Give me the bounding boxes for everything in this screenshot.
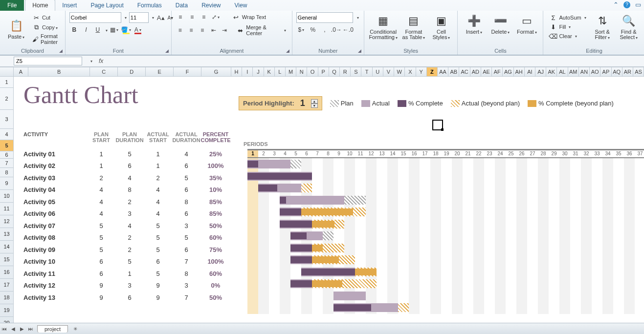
tab-insert[interactable]: Insert [55,0,84,11]
align-center-button[interactable]: ≡ [187,25,196,35]
col-header[interactable]: V [383,67,394,76]
row-header[interactable]: 10 [0,190,14,203]
col-header[interactable]: AQ [612,67,622,76]
underline-dropdown[interactable] [105,26,108,33]
format-painter-button[interactable]: 🖌Format Painter [30,33,61,45]
fx-button[interactable]: fx [99,58,103,64]
col-header[interactable]: B [28,67,90,76]
help-icon[interactable]: ? [623,1,630,8]
wrap-text-button[interactable]: ↩Wrap Text [230,13,268,21]
row-header[interactable]: 3 [0,110,14,129]
font-name-dropdown[interactable] [123,13,127,22]
col-header[interactable]: AM [568,67,579,76]
alignment-launcher[interactable]: ◢ [285,48,291,54]
col-header[interactable]: M [286,67,296,76]
tab-view[interactable]: View [228,0,254,11]
align-left-button[interactable]: ≡ [176,25,185,35]
row-header[interactable]: 6 [0,151,14,159]
row-header[interactable]: 8 [0,168,14,177]
period-down-button[interactable]: ▼ [311,104,318,108]
number-format-dropdown[interactable] [355,13,360,22]
col-header[interactable]: Q [329,67,340,76]
indent-decrease-button[interactable]: ⇤ [209,25,218,35]
increase-decimal-button[interactable]: .0→ [332,25,341,35]
period-up-button[interactable]: ▲ [311,99,318,104]
col-header[interactable]: F [174,67,201,76]
col-header[interactable]: AJ [535,67,546,76]
col-header[interactable]: AC [459,67,470,76]
row-header[interactable]: 11 [0,203,14,215]
align-right-button[interactable]: ≡ [198,25,207,35]
col-header[interactable]: A [14,67,28,76]
cell-styles-button[interactable]: ▣Cell Styles [429,12,453,42]
col-header[interactable]: U [373,67,383,76]
col-header[interactable]: AB [448,67,459,76]
new-sheet-button[interactable]: ✳ [71,326,80,332]
clipboard-launcher[interactable]: ◢ [58,48,64,54]
col-header[interactable]: AP [600,67,611,76]
decrease-decimal-button[interactable]: ←.0 [343,25,353,35]
col-header[interactable]: AH [514,67,525,76]
prev-sheet-button[interactable]: ◀ [9,326,18,332]
fill-button[interactable]: ⬇Fill [547,22,588,31]
name-box-dropdown[interactable] [86,56,96,66]
orientation-button[interactable]: ⤢ [211,12,221,22]
font-color-button[interactable]: A [133,25,143,35]
col-header[interactable]: L [275,67,286,76]
conditional-formatting-button[interactable]: ▦Conditional Formatting [368,12,399,42]
row-header[interactable]: 1 [0,77,14,88]
percent-button[interactable]: % [308,25,318,35]
col-header[interactable]: N [296,67,307,76]
name-box[interactable] [14,57,82,65]
col-header[interactable]: C [90,67,118,76]
last-sheet-button[interactable]: ⏭ [26,326,35,332]
sheet-tab-project[interactable]: project [37,325,68,333]
italic-button[interactable]: I [81,25,91,35]
col-header[interactable]: AF [492,67,503,76]
find-select-button[interactable]: 🔍Find & Select [617,12,641,42]
col-header[interactable]: J [253,67,264,76]
row-header[interactable]: 13 [0,228,14,241]
col-header[interactable]: E [146,67,174,76]
col-header[interactable]: AL [557,67,568,76]
minimize-ribbon-icon[interactable]: ⌃ [613,1,619,8]
col-header[interactable]: O [307,67,318,76]
col-header[interactable]: Z [427,67,438,76]
font-launcher[interactable]: ◢ [164,48,170,54]
col-header[interactable]: AG [503,67,513,76]
col-header[interactable]: AK [546,67,557,76]
number-format-combo[interactable] [296,12,353,23]
sheet-body[interactable]: Gantt Chart Period Highlight: 1 ▲▼ Plan … [14,77,644,331]
row-header[interactable]: 15 [0,253,14,266]
col-header[interactable]: K [264,67,275,76]
col-header[interactable]: AA [438,67,448,76]
col-header[interactable]: X [405,67,416,76]
paste-button[interactable]: 📋 Paste [4,17,28,41]
tab-home[interactable]: Home [25,0,55,11]
font-size-combo[interactable] [129,12,149,23]
font-size-dropdown[interactable] [151,13,155,22]
indent-increase-button[interactable]: ⇥ [220,25,229,35]
align-middle-button[interactable]: ≡ [187,12,197,22]
comma-button[interactable]: , [320,25,330,35]
col-header[interactable]: AR [622,67,633,76]
file-tab[interactable]: File [0,0,24,11]
align-bottom-button[interactable]: ≡ [199,12,209,22]
row-header[interactable]: 7 [0,159,14,168]
autosum-button[interactable]: ΣAutoSum [547,13,588,22]
number-launcher[interactable]: ◢ [357,48,363,54]
clear-button[interactable]: ⌫Clear [547,32,588,41]
align-top-button[interactable]: ≡ [176,12,185,22]
next-sheet-button[interactable]: ▶ [18,326,26,332]
col-header[interactable]: AI [525,67,535,76]
font-name-combo[interactable] [69,12,121,23]
col-header[interactable]: AO [590,67,600,76]
col-header[interactable]: Y [416,67,427,76]
row-header[interactable]: 2 [0,88,14,110]
sort-filter-button[interactable]: ⇅Sort & Filter [590,12,615,42]
row-header[interactable]: 17 [0,279,14,292]
col-header[interactable]: AS [633,67,644,76]
col-header[interactable]: T [361,67,372,76]
col-header[interactable]: R [340,67,351,76]
delete-cells-button[interactable]: ➖Delete [488,12,512,36]
